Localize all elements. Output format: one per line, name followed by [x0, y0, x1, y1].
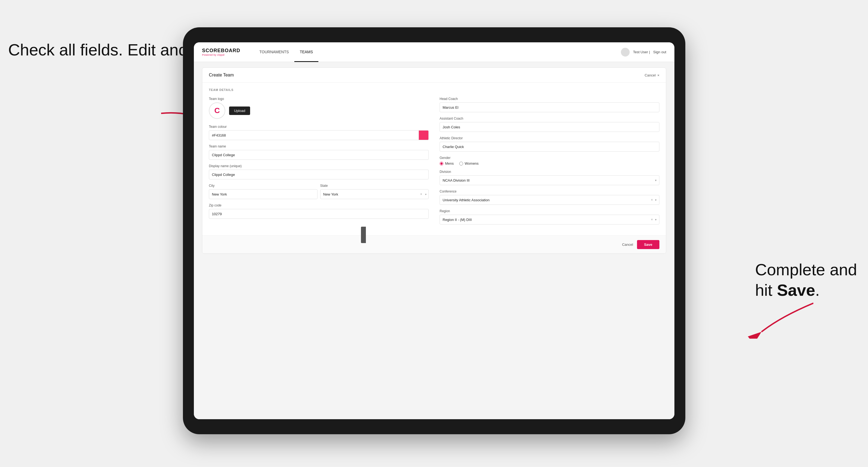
annotation-right-line2-pre: hit [755, 281, 777, 299]
gender-womens-radio[interactable] [459, 162, 463, 165]
cancel-button[interactable]: Cancel [622, 243, 633, 247]
display-name-label: Display name (unique) [209, 164, 429, 168]
brand-sub: Powered by clippd [202, 54, 240, 56]
gender-group: Gender Mens Womens [440, 156, 659, 165]
tablet-frame: SCOREBOARD Powered by clippd TOURNAMENTS… [183, 27, 685, 434]
assistant-coach-group: Assistant Coach [440, 117, 659, 132]
team-name-input[interactable] [209, 150, 429, 160]
main-content: Create Team Cancel × TEAM DETAILS [194, 62, 674, 419]
signout-link[interactable]: Sign out [653, 50, 666, 54]
region-select-wrapper: × ▾ [440, 215, 659, 224]
section-title: TEAM DETAILS [209, 88, 659, 92]
modal-header: Create Team Cancel × [202, 68, 666, 83]
division-label: Division [440, 170, 659, 174]
modal-body: TEAM DETAILS Team logo C [202, 83, 666, 236]
modal-footer: Cancel Save [202, 236, 666, 253]
gender-womens-text: Womens [465, 161, 478, 165]
display-name-input[interactable] [209, 169, 429, 180]
city-state-row: City State × ▾ [209, 184, 429, 199]
annotation-right-save: Save [777, 281, 815, 299]
form-grid: Team logo C Upload Team colo [209, 97, 659, 229]
brand: SCOREBOARD Powered by clippd [202, 48, 240, 56]
head-coach-input[interactable] [440, 102, 659, 112]
team-name-label: Team name [209, 145, 429, 148]
zip-group: Zip code [209, 204, 429, 219]
upload-button[interactable]: Upload [229, 106, 250, 115]
right-arrow-icon [748, 301, 813, 339]
assistant-coach-label: Assistant Coach [440, 117, 659, 120]
color-swatch[interactable] [419, 130, 429, 140]
city-subgroup: City [209, 184, 317, 199]
conference-label: Conference [440, 190, 659, 193]
athletic-director-label: Athletic Director [440, 136, 659, 140]
zip-label: Zip code [209, 204, 429, 207]
city-label: City [209, 184, 317, 188]
tablet-side-button [361, 227, 366, 243]
team-name-group: Team name [209, 145, 429, 160]
navbar-nav: TOURNAMENTS TEAMS [254, 42, 318, 62]
head-coach-label: Head Coach [440, 97, 659, 101]
display-name-group: Display name (unique) [209, 164, 429, 180]
annotation-right-line1: Complete and [755, 260, 857, 279]
annotation-right-line2-post: . [815, 281, 820, 299]
division-group: Division NCAA Division III ▾ [440, 170, 659, 185]
team-colour-input[interactable] [209, 130, 419, 140]
gender-label: Gender [440, 156, 659, 160]
nav-item-tournaments[interactable]: TOURNAMENTS [254, 42, 294, 62]
navbar-right: Test User | Sign out [621, 48, 666, 57]
gender-mens-label[interactable]: Mens [440, 161, 454, 165]
modal-close-button[interactable]: Cancel × [645, 73, 659, 77]
user-label: Test User | [633, 50, 650, 54]
save-button[interactable]: Save [637, 240, 659, 249]
nav-item-teams[interactable]: TEAMS [294, 42, 318, 62]
region-clear-icon[interactable]: × [651, 218, 653, 221]
create-team-modal: Create Team Cancel × TEAM DETAILS [202, 67, 666, 254]
right-annotation: Complete and hit Save. [755, 259, 857, 301]
region-input[interactable] [440, 215, 659, 224]
conference-input[interactable] [440, 195, 659, 205]
division-select[interactable]: NCAA Division III [440, 175, 659, 185]
user-avatar [621, 48, 630, 57]
team-logo-group: Team logo C Upload [209, 97, 429, 120]
color-input-row [209, 130, 429, 140]
athletic-director-input[interactable] [440, 142, 659, 152]
close-icon: × [657, 73, 659, 77]
tablet-screen: SCOREBOARD Powered by clippd TOURNAMENTS… [194, 42, 674, 419]
gender-mens-radio[interactable] [440, 162, 443, 165]
conference-clear-icon[interactable]: × [651, 198, 653, 202]
region-label: Region [440, 209, 659, 213]
gender-womens-label[interactable]: Womens [459, 161, 478, 165]
gender-mens-text: Mens [445, 161, 454, 165]
logo-letter: C [214, 106, 220, 115]
zip-input[interactable] [209, 209, 429, 219]
assistant-coach-input[interactable] [440, 122, 659, 132]
team-colour-label: Team colour [209, 125, 429, 129]
team-logo-label: Team logo [209, 97, 429, 101]
city-state-group: City State × ▾ [209, 184, 429, 199]
modal-title: Create Team [209, 73, 234, 77]
cancel-label: Cancel [645, 73, 656, 77]
navbar: SCOREBOARD Powered by clippd TOURNAMENTS… [194, 42, 674, 62]
state-input[interactable] [320, 189, 429, 199]
form-left: Team logo C Upload Team colo [209, 97, 429, 229]
conference-group: Conference × ▾ [440, 190, 659, 205]
state-label: State [320, 184, 429, 188]
form-right: Head Coach Assistant Coach Athletic Dire… [440, 97, 659, 229]
state-dropdown-icon[interactable]: ▾ [425, 193, 427, 196]
team-logo-area: C Upload [209, 102, 429, 119]
division-select-wrapper: NCAA Division III ▾ [440, 175, 659, 185]
athletic-director-group: Athletic Director [440, 136, 659, 152]
logo-circle: C [209, 102, 225, 119]
city-input[interactable] [209, 189, 317, 199]
state-subgroup: State × ▾ [320, 184, 429, 199]
gender-row: Mens Womens [440, 161, 659, 165]
region-group: Region × ▾ [440, 209, 659, 224]
team-colour-group: Team colour [209, 125, 429, 140]
head-coach-group: Head Coach [440, 97, 659, 112]
brand-title: SCOREBOARD [202, 48, 240, 54]
state-clear-icon[interactable]: × [420, 192, 422, 196]
annotation-line1: Check all fields. [8, 41, 123, 59]
state-input-wrapper: × ▾ [320, 189, 429, 199]
conference-select-wrapper: × ▾ [440, 195, 659, 205]
